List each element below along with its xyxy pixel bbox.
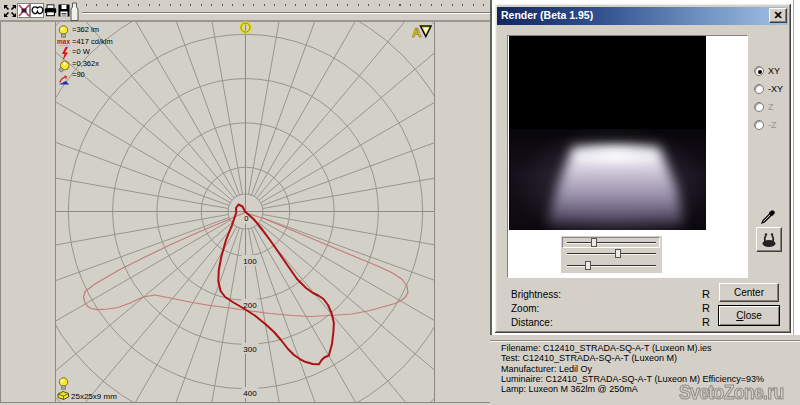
svg-text:100: 100 [243, 257, 257, 266]
svg-text:max: max [57, 38, 70, 45]
svg-text:0: 0 [244, 214, 248, 223]
svg-text:300: 300 [243, 345, 257, 354]
svg-text:400: 400 [243, 389, 257, 398]
